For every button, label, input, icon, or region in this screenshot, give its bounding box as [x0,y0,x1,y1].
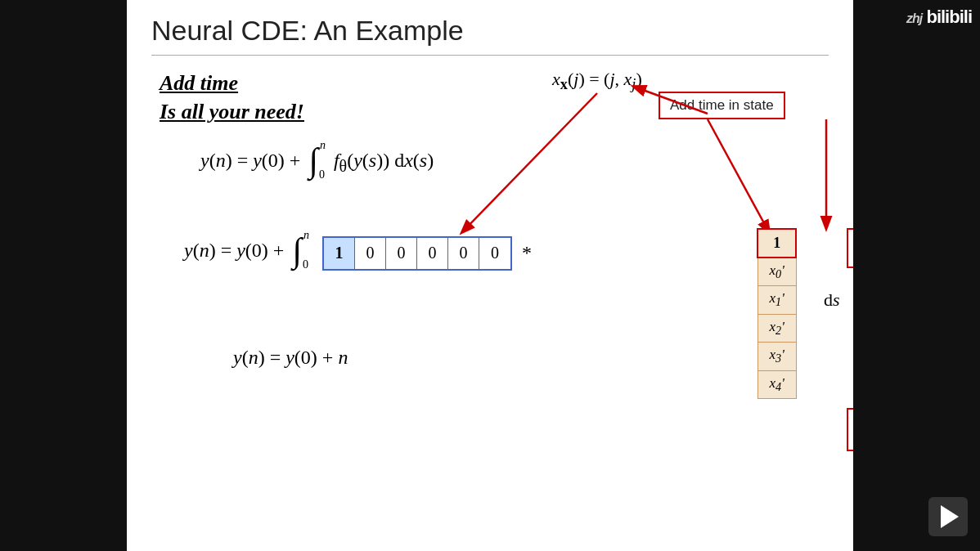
state-vector-row-2: x1' [757,286,796,314]
xx-equation: xx(j) = (j, xj) [552,69,642,93]
bilibili-logo: zhj bilibili [906,7,972,28]
state-vector-row-4: x3' [757,343,796,370]
matrix-cell-4: 0 [448,238,479,269]
add-time-label: Add time Is all your need! [160,69,304,126]
page-title: Neural CDE: An Example [151,15,829,47]
equation-3: y(n) = y(0) + n [233,347,348,369]
bilibili-prefix: zhj [906,11,922,25]
ds-label: ds [814,289,840,311]
add-time-line1: Add time [160,69,304,97]
state-vector-row-5: x4' [757,370,796,398]
matrix-cell-3: 0 [417,238,448,269]
right-sidebar: zhj bilibili [853,0,980,551]
title-divider [151,55,829,56]
add-time-line2: Is all your need! [160,97,304,126]
play-icon [941,505,959,528]
play-button[interactable] [928,497,968,536]
state-vector-row-0: 1 [757,229,796,258]
matrix-cell-2: 0 [386,238,417,269]
bilibili-brand: bilibili [926,7,972,27]
content-area: Add time Is all your need! y(n) = y(0) +… [151,69,829,536]
matrix-cell-0: 1 [324,238,355,269]
matrix-cell-1: 0 [355,238,386,269]
matrix-cell-5: 0 [479,238,510,269]
main-content: Neural CDE: An Example Add time Is all y… [127,0,853,551]
integral-upper: n [320,139,326,152]
state-vector-table: 1 x0' x1' x2' x3' x4' [757,228,797,399]
integral-lower: 0 [319,168,325,181]
equation-1: y(n) = y(0) + ∫ n 0 fθ(y(s)) dx(s) [200,142,434,181]
svg-line-2 [708,119,769,232]
left-sidebar [0,0,127,551]
state-vector-row-1: x0' [757,258,796,286]
state-vector-row-3: x2' [757,314,796,342]
svg-line-1 [462,93,597,232]
add-time-in-state-box: Add time in state [659,92,785,119]
equation-2: y(n) = y(0) + ∫ n 0 1 0 0 0 0 0 [184,232,532,271]
